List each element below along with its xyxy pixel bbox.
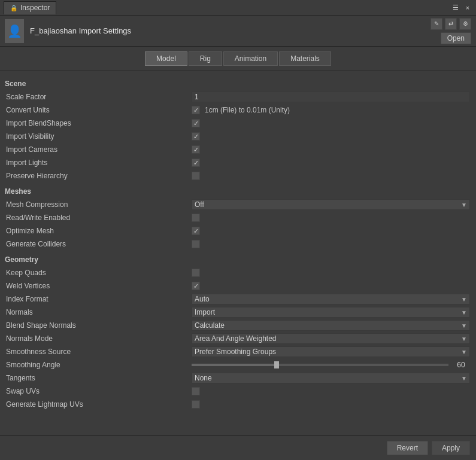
meshes-section-header: Meshes bbox=[5, 187, 471, 196]
mesh-compression-dropdown[interactable]: Off ▼ bbox=[192, 199, 470, 210]
close-icon[interactable]: × bbox=[463, 3, 472, 13]
import-blendshapes-value bbox=[192, 119, 470, 127]
generate-colliders-checkbox[interactable] bbox=[192, 240, 200, 248]
dropdown-arrow-5: ▼ bbox=[461, 336, 467, 342]
smoothness-source-option: Prefer Smoothing Groups bbox=[195, 348, 276, 356]
dropdown-arrow: ▼ bbox=[461, 202, 467, 208]
mesh-compression-label: Mesh Compression bbox=[6, 200, 192, 209]
open-button[interactable]: Open bbox=[441, 32, 471, 44]
generate-colliders-value bbox=[192, 240, 470, 248]
menu-icon[interactable]: ☰ bbox=[451, 3, 460, 13]
blend-shape-normals-dropdown[interactable]: Calculate ▼ bbox=[192, 320, 470, 331]
normals-value: Import ▼ bbox=[192, 307, 470, 318]
edit-icon[interactable]: ✎ bbox=[430, 18, 442, 30]
scale-factor-input[interactable] bbox=[192, 92, 470, 102]
normals-option: Import bbox=[195, 308, 215, 316]
content-area: Scene Scale Factor Convert Units 1cm (Fi… bbox=[0, 71, 476, 435]
generate-colliders-label: Generate Colliders bbox=[6, 240, 192, 248]
blend-shape-normals-row: Blend Shape Normals Calculate ▼ bbox=[5, 319, 471, 332]
tangents-value: None ▼ bbox=[192, 373, 470, 383]
tab-animation[interactable]: Animation bbox=[223, 51, 278, 66]
import-blendshapes-checkbox[interactable] bbox=[192, 119, 200, 127]
mesh-compression-value: Off ▼ bbox=[192, 199, 470, 210]
tangents-dropdown[interactable]: None ▼ bbox=[192, 373, 470, 383]
normals-mode-dropdown[interactable]: Area And Angle Weighted ▼ bbox=[192, 333, 470, 344]
tabs-row: Model Rig Animation Materials bbox=[0, 47, 476, 71]
smoothness-source-dropdown[interactable]: Prefer Smoothing Groups ▼ bbox=[192, 346, 470, 357]
generate-lightmap-uvs-label: Generate Lightmap UVs bbox=[6, 400, 192, 409]
tab-rig[interactable]: Rig bbox=[189, 51, 222, 66]
dropdown-arrow-4: ▼ bbox=[461, 322, 467, 329]
normals-label: Normals bbox=[6, 308, 192, 316]
index-format-dropdown[interactable]: Auto ▼ bbox=[192, 294, 470, 304]
swap-uvs-row: Swap UVs bbox=[5, 385, 471, 398]
generate-colliders-row: Generate Colliders bbox=[5, 237, 471, 251]
import-visibility-checkbox[interactable] bbox=[192, 132, 200, 141]
preserve-hierarchy-checkbox[interactable] bbox=[192, 172, 200, 180]
convert-units-value: 1cm (File) to 0.01m (Unity) bbox=[192, 106, 470, 114]
scale-factor-value bbox=[192, 92, 470, 102]
smoothing-angle-row: Smoothing Angle 60 bbox=[5, 358, 471, 371]
generate-lightmap-uvs-checkbox[interactable] bbox=[192, 400, 200, 409]
smoothing-angle-slider[interactable] bbox=[192, 364, 448, 366]
arrows-icon[interactable]: ⇄ bbox=[445, 18, 457, 30]
inspector-tab[interactable]: 🔒 Inspector bbox=[4, 1, 56, 14]
gear-icon[interactable]: ⚙ bbox=[459, 18, 471, 30]
swap-uvs-checkbox[interactable] bbox=[192, 387, 200, 395]
asset-name: F_bajiaoshan Import Settings bbox=[30, 26, 425, 35]
optimize-mesh-row: Optimize Mesh bbox=[5, 224, 471, 237]
read-write-checkbox[interactable] bbox=[192, 214, 200, 222]
tab-model[interactable]: Model bbox=[145, 51, 187, 66]
swap-uvs-label: Swap UVs bbox=[6, 387, 192, 395]
swap-uvs-value bbox=[192, 387, 470, 395]
import-blendshapes-label: Import BlendShapes bbox=[6, 119, 192, 127]
smoothness-source-row: Smoothness Source Prefer Smoothing Group… bbox=[5, 345, 471, 358]
index-format-label: Index Format bbox=[6, 295, 192, 303]
smoothing-angle-value: 60 bbox=[192, 361, 470, 369]
blend-shape-normals-label: Blend Shape Normals bbox=[6, 321, 192, 330]
normals-mode-label: Normals Mode bbox=[6, 334, 192, 343]
weld-vertices-checkbox[interactable] bbox=[192, 282, 200, 290]
optimize-mesh-value bbox=[192, 227, 470, 235]
generate-lightmap-uvs-value bbox=[192, 400, 470, 409]
dropdown-arrow-2: ▼ bbox=[461, 296, 467, 303]
normals-dropdown[interactable]: Import ▼ bbox=[192, 307, 470, 318]
read-write-row: Read/Write Enabled bbox=[5, 211, 471, 224]
normals-mode-row: Normals Mode Area And Angle Weighted ▼ bbox=[5, 332, 471, 345]
mesh-compression-row: Mesh Compression Off ▼ bbox=[5, 198, 471, 211]
keep-quads-label: Keep Quads bbox=[6, 269, 192, 277]
import-lights-label: Import Lights bbox=[6, 159, 192, 167]
import-visibility-row: Import Visibility bbox=[5, 130, 471, 143]
tangents-label: Tangents bbox=[6, 374, 192, 382]
convert-units-checkbox[interactable] bbox=[192, 106, 200, 114]
blend-shape-normals-option: Calculate bbox=[195, 321, 225, 330]
smoothing-angle-number: 60 bbox=[452, 361, 470, 369]
optimize-mesh-checkbox[interactable] bbox=[192, 227, 200, 235]
dropdown-arrow-7: ▼ bbox=[461, 375, 467, 382]
blend-shape-normals-value: Calculate ▼ bbox=[192, 320, 470, 331]
import-cameras-value bbox=[192, 145, 470, 154]
scene-section-header: Scene bbox=[5, 80, 471, 88]
index-format-option: Auto bbox=[195, 295, 210, 303]
import-lights-checkbox[interactable] bbox=[192, 159, 200, 167]
preserve-hierarchy-row: Preserve Hierarchy bbox=[5, 169, 471, 182]
weld-vertices-row: Weld Vertices bbox=[5, 279, 471, 293]
import-cameras-checkbox[interactable] bbox=[192, 145, 200, 154]
import-cameras-row: Import Cameras bbox=[5, 143, 471, 156]
keep-quads-row: Keep Quads bbox=[5, 266, 471, 279]
title-bar-right: ☰ × bbox=[451, 3, 472, 13]
tangents-row: Tangents None ▼ bbox=[5, 371, 471, 385]
header-icons: ✎ ⇄ ⚙ bbox=[430, 18, 471, 30]
normals-row: Normals Import ▼ bbox=[5, 306, 471, 319]
tab-materials[interactable]: Materials bbox=[279, 51, 331, 66]
smoothness-source-label: Smoothness Source bbox=[6, 348, 192, 356]
apply-button[interactable]: Apply bbox=[432, 441, 470, 455]
normals-mode-value: Area And Angle Weighted ▼ bbox=[192, 333, 470, 344]
index-format-row: Index Format Auto ▼ bbox=[5, 293, 471, 306]
revert-button[interactable]: Revert bbox=[387, 441, 428, 455]
weld-vertices-value bbox=[192, 282, 470, 290]
geometry-section-header: Geometry bbox=[5, 255, 471, 264]
scale-factor-label: Scale Factor bbox=[6, 93, 192, 101]
keep-quads-checkbox[interactable] bbox=[192, 269, 200, 277]
inspector-tab-label: Inspector bbox=[20, 4, 50, 12]
